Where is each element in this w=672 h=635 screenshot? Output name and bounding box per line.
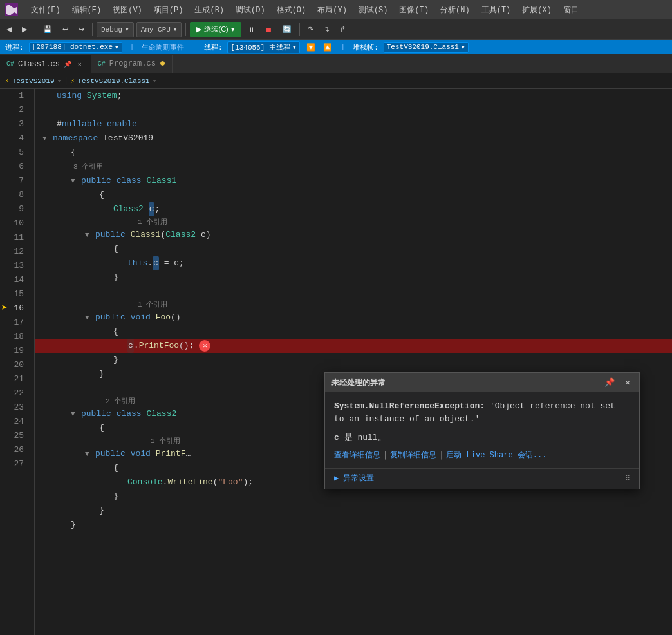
- process-bar: 进程: [207188] dotnet.exe ▾ | 生命周期事件 | 线程:…: [0, 40, 672, 54]
- line-numbers: 1 2 3 4 5 6 7 8 9 10 11 12 13 14 15 ➤ 16…: [0, 89, 35, 635]
- code-line-8: Class2 c;: [35, 202, 672, 216]
- menu-file[interactable]: 文件(F): [26, 3, 66, 17]
- exception-links: 查看详细信息 │ 复制详细信息 │ 启动 Live Share 会话...: [334, 450, 630, 460]
- code-line-5: {: [35, 146, 672, 160]
- toolbar: ◀ ▶ 💾 ↩ ↪ Debug ▾ Any CPU ▾ ▶ 继续(C) ▾ ⏸ …: [0, 19, 672, 40]
- menu-debug[interactable]: 调试(D): [230, 3, 270, 17]
- linenum-5: 5: [0, 146, 29, 160]
- tab-program[interactable]: C# Program.cs ●: [91, 55, 173, 73]
- menu-format[interactable]: 格式(O): [272, 3, 312, 17]
- menu-extensions[interactable]: 扩展(X): [517, 3, 557, 17]
- process-label: 进程:: [5, 43, 24, 52]
- code-line-13: [35, 285, 672, 299]
- code-line-4: ▼ namespace TestVS2019: [35, 131, 672, 146]
- code-line-8b: 1 个引用: [35, 216, 672, 228]
- linenum-3: 3: [0, 117, 29, 131]
- linenum-4: 4: [0, 131, 29, 146]
- continue-button[interactable]: ▶ 继续(C) ▾: [190, 22, 241, 37]
- tab-class1-label: Class1.cs: [18, 60, 60, 69]
- redo-button[interactable]: ↪: [75, 22, 88, 37]
- menu-analyze[interactable]: 分析(N): [435, 3, 475, 17]
- linenum-2: 2: [0, 103, 29, 117]
- separator-4: [299, 23, 300, 36]
- pause-button[interactable]: ⏸: [244, 22, 259, 37]
- linenum-16: ➤ 16: [0, 301, 29, 316]
- code-line-16: c.PrintFoo(); ✕: [35, 339, 672, 353]
- debug-mode-dropdown[interactable]: Debug ▾: [97, 22, 134, 37]
- menu-edit[interactable]: 编辑(E): [67, 3, 107, 17]
- tab-program-label: Program.cs: [109, 59, 156, 68]
- tab-class1-close[interactable]: ✕: [75, 60, 84, 69]
- editor-area: 1 2 3 4 5 6 7 8 9 10 11 12 13 14 15 ➤ 16…: [0, 89, 672, 635]
- exception-settings-label: ▶ 异常设置: [334, 473, 374, 484]
- exception-title: 未经处理的异常: [331, 377, 386, 388]
- code-line-25: }: [35, 489, 672, 504]
- title-bar: 文件(F) 编辑(E) 视图(V) 项目(P) 生成(B) 调试(D) 格式(O…: [0, 0, 672, 19]
- linenum-10: 10: [0, 216, 29, 231]
- linenum-26: 26: [0, 443, 29, 457]
- thread-dropdown[interactable]: [134056] 主线程 ▾: [227, 41, 299, 53]
- details-link[interactable]: 查看详细信息: [334, 450, 380, 460]
- copy-link[interactable]: 复制详细信息: [390, 450, 436, 460]
- menu-image[interactable]: 图像(I): [394, 3, 434, 17]
- undo-button[interactable]: ↩: [59, 22, 72, 37]
- step-out-button[interactable]: ↱: [336, 22, 350, 37]
- exception-type-name: System.NullReferenceException:: [334, 401, 485, 411]
- menu-tools[interactable]: 工具(T): [476, 3, 516, 17]
- exception-header-actions: 📌 ✕: [602, 376, 633, 389]
- exception-header: 未经处理的异常 📌 ✕: [325, 373, 639, 392]
- linenum-20: 20: [0, 358, 29, 372]
- step-over-button[interactable]: ↷: [304, 22, 317, 37]
- filepath-bar: ⚡ TestVS2019 ▾ │ ⚡ TestVS2019.Class1 ▾: [0, 73, 672, 89]
- process-dropdown[interactable]: [207188] dotnet.exe ▾: [29, 42, 122, 53]
- null-desc: 是 null。: [344, 433, 386, 442]
- close-exception-button[interactable]: ✕: [622, 376, 633, 389]
- code-line-11: this.c = c;: [35, 256, 672, 270]
- menu-window[interactable]: 窗口: [558, 3, 584, 17]
- menu-bar: 文件(F) 编辑(E) 视图(V) 项目(P) 生成(B) 调试(D) 格式(O…: [26, 3, 584, 17]
- separator-2: [92, 23, 93, 36]
- restart-button[interactable]: 🔄: [279, 22, 295, 37]
- linenum-13: 13: [0, 259, 29, 273]
- stack-dropdown[interactable]: TestVS2019.Class1 ▾: [384, 42, 469, 53]
- tab-class1[interactable]: C# Class1.cs 📌 ✕: [0, 55, 91, 73]
- tab-program-icon: C#: [98, 61, 106, 68]
- pin-button[interactable]: 📌: [602, 376, 617, 389]
- code-line-27: }: [35, 518, 672, 532]
- code-line-14: ▼ public void Foo(): [35, 310, 672, 325]
- linenum-12: 12: [0, 245, 29, 259]
- cpu-dropdown[interactable]: Any CPU ▾: [136, 22, 182, 37]
- menu-project[interactable]: 项目(P): [149, 3, 189, 17]
- stop-button[interactable]: ⏹: [261, 22, 276, 37]
- linenum-25: 25: [0, 429, 29, 443]
- menu-build[interactable]: 生成(B): [189, 3, 229, 17]
- code-line-15: {: [35, 325, 672, 339]
- filepath-left-icon: ⚡: [5, 77, 10, 85]
- null-var: c: [334, 433, 339, 442]
- forward-button[interactable]: ▶: [18, 22, 31, 37]
- linenum-7: 7: [0, 174, 29, 188]
- menu-test[interactable]: 测试(S): [353, 3, 393, 17]
- menu-view[interactable]: 视图(V): [107, 3, 147, 17]
- filepath-right: TestVS2019.Class1: [78, 77, 150, 85]
- vs-logo: [5, 3, 18, 16]
- linenum-23: 23: [0, 401, 29, 415]
- linenum-14: 14: [0, 273, 29, 287]
- code-line-1: using System;: [35, 89, 672, 103]
- liveshare-link[interactable]: 启动 Live Share 会话...: [446, 450, 546, 460]
- linenum-24: 24: [0, 415, 29, 429]
- save-button[interactable]: 💾: [39, 22, 56, 37]
- menu-layout[interactable]: 布局(Y): [312, 3, 352, 17]
- linenum-15: 15: [0, 287, 29, 301]
- code-area[interactable]: using System; #nullable enable ▼ namespa…: [35, 89, 672, 635]
- exception-body: System.NullReferenceException: 'Object r…: [325, 392, 639, 468]
- back-button[interactable]: ◀: [3, 22, 15, 37]
- code-line-12: }: [35, 270, 672, 285]
- step-into-button[interactable]: ↴: [320, 22, 333, 37]
- exception-circle-icon[interactable]: ✕: [199, 340, 210, 352]
- exception-settings-toggle[interactable]: ▶ 异常设置: [334, 473, 374, 484]
- filepath-right-icon: ⚡: [71, 77, 75, 85]
- code-line-3: #nullable enable: [35, 117, 672, 131]
- linenum-1: 1: [0, 89, 29, 103]
- exception-footer: ▶ 异常设置 ⠿: [325, 468, 639, 489]
